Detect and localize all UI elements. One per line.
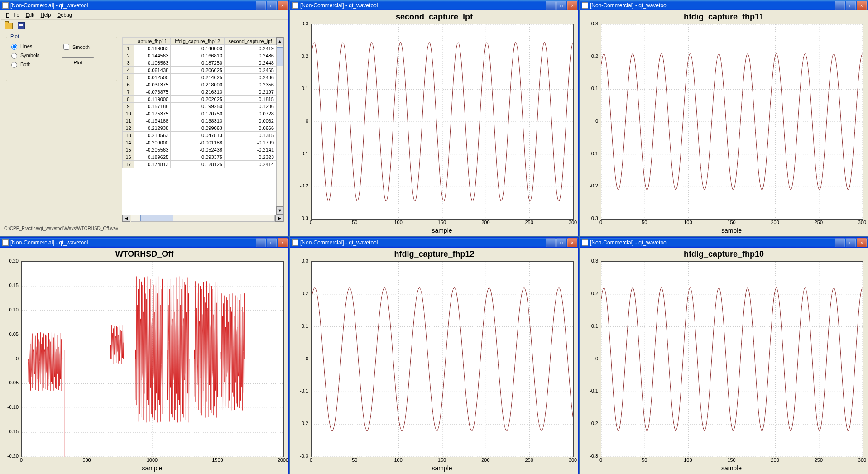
radio-both-input[interactable]	[11, 62, 17, 68]
table-row[interactable]: 8-0.1190000.2026250.1815	[123, 96, 276, 103]
data-table[interactable]: apture_fhp11hfdig_capture_fhp12second_ca…	[122, 37, 276, 168]
menubar: File Edit Help Debug	[1, 10, 288, 20]
window-chart-hfdig_capture_fhp11: [Non-Commercial] - qt_wavetool _ □ × hfd…	[580, 0, 868, 236]
scroll-left-button[interactable]: ◀	[122, 215, 130, 222]
radio-lines[interactable]: Lines	[9, 43, 62, 50]
hscroll-track[interactable]	[131, 215, 275, 222]
y-tick-label: 0.20	[2, 258, 19, 263]
minimize-button[interactable]: _	[835, 238, 845, 247]
table-row[interactable]: 9-0.1571880.1992500.1286	[123, 103, 276, 110]
table-row[interactable]: 14-0.209000-0.001188-0.1799	[123, 139, 276, 146]
titlebar-main[interactable]: [Non-Commercial] - qt_wavetool _ □ ×	[0, 0, 288, 10]
row-number: 4	[123, 67, 134, 74]
minimize-button[interactable]: _	[835, 1, 845, 10]
minimize-button[interactable]: _	[546, 1, 556, 10]
table-row[interactable]: 10.1690630.1400000.2419	[123, 45, 276, 52]
table-header[interactable]: apture_fhp11	[134, 38, 171, 45]
table-row[interactable]: 12-0.2129380.099063-0.0666	[123, 124, 276, 132]
table-row[interactable]: 10-0.1753750.1707500.0728	[123, 110, 276, 117]
close-button[interactable]: ×	[567, 1, 577, 10]
row-number: 12	[123, 124, 134, 132]
radio-symbols[interactable]: Symbols	[9, 52, 62, 59]
scroll-down-button[interactable]: ▼	[276, 206, 283, 215]
menu-help[interactable]: Help	[38, 11, 54, 19]
table-cell: 0.047813	[171, 132, 225, 139]
chart-title: second_capture_lpf	[291, 10, 577, 22]
row-number: 10	[123, 110, 134, 117]
titlebar[interactable]: [Non-Commercial] - qt_wavetool _ □ ×	[580, 238, 868, 248]
plot-button[interactable]: Plot	[62, 57, 94, 67]
minimize-button[interactable]: _	[256, 1, 266, 10]
table-header[interactable]: second_capture_lpf	[224, 38, 276, 45]
plot-area[interactable]	[601, 24, 863, 220]
table-row[interactable]: 7-0.0768750.2163130.2197	[123, 88, 276, 96]
radio-lines-input[interactable]	[11, 44, 17, 50]
hscroll-thumb[interactable]	[140, 215, 173, 221]
scroll-right-button[interactable]: ▶	[275, 215, 283, 222]
table-row[interactable]: 6-0.0313750.2180000.2356	[123, 81, 276, 88]
chart-title: WTORHSD_Off	[1, 248, 288, 259]
titlebar[interactable]: [Non-Commercial] - qt_wavetool _ □ ×	[0, 238, 288, 248]
y-tick-label: 0.2	[582, 53, 598, 59]
table-row[interactable]: 16-0.189625-0.093375-0.2323	[123, 153, 276, 161]
table-row[interactable]: 20.1445630.1668130.2436	[123, 52, 276, 59]
table-vscrollbar[interactable]: ▲ ▼	[276, 37, 283, 215]
minimize-button[interactable]: _	[256, 238, 266, 247]
table-cell: 0.2448	[224, 59, 276, 67]
vscroll-track[interactable]	[276, 46, 283, 206]
table-row[interactable]: 11-0.1941880.1383130.0062	[123, 117, 276, 124]
minimize-button[interactable]: _	[546, 238, 556, 247]
table-row[interactable]: 50.0125000.2146250.2436	[123, 74, 276, 81]
open-button[interactable]	[3, 20, 14, 31]
table-row[interactable]: 30.1035630.1872500.2448	[123, 59, 276, 67]
table-cell: -0.2141	[224, 146, 276, 153]
table-row[interactable]: 17-0.174813-0.128125-0.2414	[123, 161, 276, 168]
radio-both[interactable]: Both	[9, 61, 62, 68]
maximize-button[interactable]: □	[556, 1, 566, 10]
maximize-button[interactable]: □	[846, 1, 856, 10]
table-cell: 0.214625	[171, 74, 225, 81]
titlebar[interactable]: [Non-Commercial] - qt_wavetool _ □ ×	[290, 0, 578, 10]
vscroll-thumb[interactable]	[277, 47, 283, 66]
window-controls: _ □ ×	[835, 1, 867, 10]
x-tick-label: 300	[564, 457, 582, 463]
table-row[interactable]: 13-0.2135630.047813-0.1315	[123, 132, 276, 139]
plot-area[interactable]	[311, 261, 574, 457]
window-chart-hfdig_capture_fhp10: [Non-Commercial] - qt_wavetool _ □ × hfd…	[580, 237, 868, 474]
save-button[interactable]	[16, 20, 27, 31]
titlebar[interactable]: [Non-Commercial] - qt_wavetool _ □ ×	[290, 238, 578, 248]
radio-both-label: Both	[20, 62, 31, 67]
close-button[interactable]: ×	[278, 1, 288, 10]
menu-edit[interactable]: Edit	[23, 11, 37, 19]
table-row[interactable]: 15-0.205563-0.052438-0.2141	[123, 146, 276, 153]
close-button[interactable]: ×	[567, 238, 577, 247]
plot-area[interactable]	[21, 261, 284, 457]
table-hscrollbar[interactable]: ◀ ▶	[122, 215, 283, 222]
table-cell: -0.0666	[224, 124, 276, 132]
app-icon	[582, 2, 588, 9]
scroll-up-button[interactable]: ▲	[276, 37, 283, 45]
table-cell: -0.205563	[134, 146, 171, 153]
table-cell: 0.218000	[171, 81, 225, 88]
close-button[interactable]: ×	[857, 238, 867, 247]
table-header[interactable]: hfdig_capture_fhp12	[171, 38, 225, 45]
maximize-button[interactable]: □	[556, 238, 566, 247]
x-tick-label: 300	[564, 220, 582, 225]
checkbox-smooth[interactable]: Smooth	[62, 43, 114, 51]
close-button[interactable]: ×	[857, 1, 867, 10]
table-cell: 0.216313	[171, 88, 225, 96]
table-cell: -0.189625	[134, 153, 171, 161]
close-button[interactable]: ×	[278, 238, 288, 247]
plot-area[interactable]	[601, 261, 863, 457]
menu-file[interactable]: File	[3, 11, 22, 19]
radio-symbols-input[interactable]	[11, 53, 17, 59]
maximize-button[interactable]: □	[846, 238, 856, 247]
maximize-button[interactable]: □	[267, 1, 277, 10]
menu-debug[interactable]: Debug	[54, 11, 74, 19]
x-tick-label: 0	[302, 220, 320, 225]
titlebar[interactable]: [Non-Commercial] - qt_wavetool _ □ ×	[580, 0, 868, 10]
maximize-button[interactable]: □	[267, 238, 277, 247]
plot-area[interactable]	[311, 24, 574, 220]
table-row[interactable]: 40.0614380.2066250.2465	[123, 67, 276, 74]
checkbox-smooth-input[interactable]	[63, 44, 69, 50]
